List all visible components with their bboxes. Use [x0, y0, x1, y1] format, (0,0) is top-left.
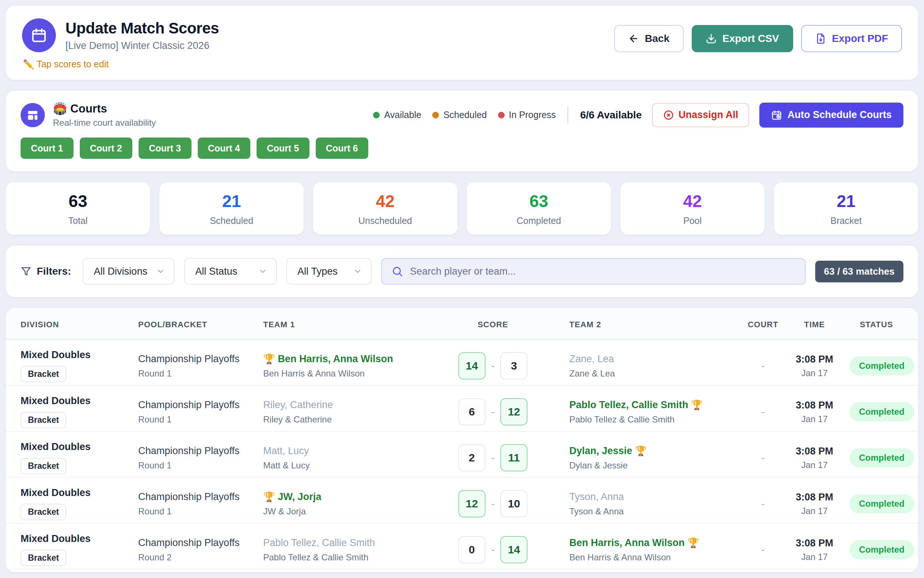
- team2-cell: Zane, Lea Zane & Lea: [541, 353, 746, 379]
- auto-schedule-button[interactable]: Auto Schedule Courts: [759, 102, 903, 128]
- match-time: 3:08 PM: [780, 354, 849, 365]
- filter-icon: [21, 266, 32, 277]
- pool-name: Championship Playoffs: [138, 399, 263, 411]
- trophy-icon: 🏆: [632, 445, 647, 456]
- score1-box[interactable]: 2: [458, 444, 486, 471]
- column-header: Pool/Bracket: [138, 320, 263, 330]
- back-button[interactable]: Back: [614, 25, 684, 52]
- team1-cell: Matt, Lucy Matt & Lucy: [263, 445, 445, 471]
- court-button[interactable]: Court 4: [198, 138, 251, 159]
- trophy-icon: 🏆: [263, 353, 278, 364]
- filters-bar: Filters: All Divisions All Status All Ty…: [6, 246, 918, 297]
- score1-box[interactable]: 0: [458, 536, 486, 563]
- stat-value: 42: [376, 191, 394, 211]
- team2-players: Dylan & Jessie: [569, 460, 746, 471]
- table-row: Mixed Doubles Bracket Championship Playo…: [6, 386, 918, 432]
- team1-players: Riley & Catherine: [263, 414, 445, 425]
- stadium-icon: 🏟️: [53, 102, 67, 115]
- team2-name: Dylan, Jessie: [569, 445, 632, 456]
- team2-players: Zane & Lea: [569, 369, 746, 379]
- team2-players: Ben Harris & Anna Wilson: [569, 552, 746, 563]
- stat-label: Total: [68, 216, 88, 226]
- team2-name: Ben Harris, Anna Wilson: [569, 537, 685, 548]
- match-date: Jan 17: [780, 460, 849, 470]
- score1-box[interactable]: 6: [458, 398, 486, 425]
- team1-players: JW & Jorja: [263, 506, 445, 516]
- time-cell: 3:08 PM Jan 17: [780, 400, 849, 424]
- score2-box[interactable]: 14: [500, 536, 527, 563]
- filters-label: Filters:: [21, 265, 71, 277]
- status-dot: [373, 112, 380, 119]
- division-cell: Mixed Doubles Bracket: [21, 441, 138, 474]
- edit-hint: ✏️ Tap scores to edit: [23, 59, 219, 70]
- team2-name: Zane, Lea: [569, 353, 614, 364]
- round-name: Round 1: [138, 460, 263, 471]
- search-box[interactable]: [381, 258, 805, 284]
- team1-cell: 🏆 JW, Jorja JW & Jorja: [263, 491, 445, 516]
- status-filter-dropdown[interactable]: All Status: [184, 258, 277, 284]
- score2-box[interactable]: 12: [500, 398, 527, 425]
- pool-name: Championship Playoffs: [138, 537, 263, 549]
- pool-cell: Championship Playoffs Round 1: [138, 491, 263, 516]
- score-cell: 6 - 12: [445, 398, 541, 425]
- stat-card: 63 Completed: [467, 182, 611, 235]
- stat-label: Completed: [517, 216, 561, 226]
- export-csv-button[interactable]: Export CSV: [692, 25, 793, 52]
- score-dash: -: [491, 498, 495, 510]
- stats-row: 63 Total21 Scheduled42 Unscheduled63 Com…: [6, 182, 918, 235]
- court-button[interactable]: Court 1: [21, 138, 73, 159]
- chevron-down-icon: [258, 267, 267, 276]
- court-button[interactable]: Court 5: [256, 138, 310, 159]
- download-icon: [706, 33, 717, 44]
- division-name: Mixed Doubles: [21, 395, 138, 407]
- division-name: Mixed Doubles: [21, 441, 138, 453]
- page-title: Update Match Scores: [65, 19, 219, 37]
- table-header-row: DivisionPool/BracketTeam 1ScoreTeam 2Cou…: [6, 308, 918, 340]
- team1-name: Matt, Lucy: [263, 445, 309, 456]
- stat-value: 21: [836, 191, 855, 211]
- page-header: Update Match Scores [Live Demo] Winter C…: [6, 6, 918, 80]
- score2-box[interactable]: 11: [500, 444, 527, 471]
- status-badge: Completed: [849, 494, 914, 513]
- score1-box[interactable]: 14: [458, 352, 486, 380]
- unassign-all-button[interactable]: Unassign All: [652, 103, 749, 127]
- score-cell: 0 - 14: [445, 536, 541, 563]
- team1-players: Ben Harris & Anna Wilson: [263, 369, 445, 379]
- court-status-legend: AvailableScheduledIn Progress: [373, 110, 556, 120]
- team2-players: Pablo Tellez & Callie Smith: [569, 414, 746, 425]
- court-button[interactable]: Court 2: [80, 138, 133, 159]
- type-filter-dropdown[interactable]: All Types: [286, 258, 371, 284]
- score2-box[interactable]: 10: [500, 490, 527, 517]
- division-cell: Mixed Doubles Bracket: [21, 487, 138, 520]
- division-cell: Mixed Doubles Bracket: [21, 395, 138, 429]
- court-button[interactable]: Court 6: [316, 138, 369, 159]
- status-badge: Completed: [849, 540, 914, 559]
- trophy-icon: 🏆: [263, 491, 278, 502]
- score1-box[interactable]: 12: [458, 490, 486, 517]
- court-cell: -: [746, 544, 780, 555]
- score-cell: 12 - 10: [445, 490, 541, 517]
- round-name: Round 1: [138, 506, 263, 516]
- team2-cell: Ben Harris, Anna Wilson 🏆 Ben Harris & A…: [541, 537, 746, 563]
- match-date: Jan 17: [780, 506, 849, 516]
- score2-box[interactable]: 3: [500, 352, 527, 380]
- division-filter-dropdown[interactable]: All Divisions: [83, 258, 175, 284]
- courts-panel: 🏟️ Courts Real-time court availability A…: [6, 91, 918, 171]
- search-input[interactable]: [410, 266, 795, 277]
- arrow-left-icon: [628, 33, 639, 44]
- court-button[interactable]: Court 3: [139, 138, 191, 159]
- division-name: Mixed Doubles: [21, 487, 138, 498]
- team1-name: Pablo Tellez, Callie Smith: [263, 537, 375, 548]
- court-cell: -: [746, 406, 780, 418]
- export-pdf-button[interactable]: Export PDF: [801, 25, 902, 52]
- pool-cell: Championship Playoffs Round 1: [138, 399, 263, 425]
- tournament-name: [Live Demo] Winter Classic 2026: [65, 40, 219, 52]
- match-time: 3:08 PM: [780, 537, 849, 549]
- status-cell: Completed: [849, 448, 914, 467]
- x-circle-icon: [663, 110, 674, 120]
- bracket-badge: Bracket: [21, 504, 66, 520]
- stat-label: Scheduled: [210, 216, 253, 226]
- status-badge: Completed: [849, 356, 914, 375]
- column-header: Time: [780, 320, 849, 330]
- layout-icon: [21, 103, 45, 127]
